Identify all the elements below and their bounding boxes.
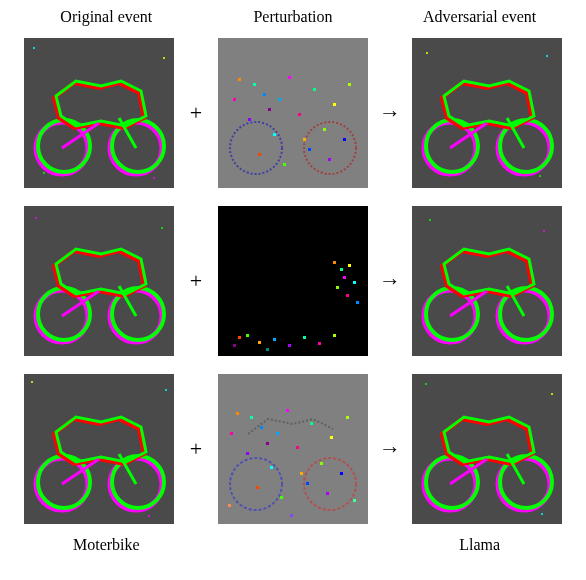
svg-rect-63 <box>246 334 249 337</box>
svg-rect-57 <box>343 276 346 279</box>
svg-point-126 <box>541 513 543 515</box>
header-original: Original event <box>13 8 200 26</box>
footer-adversarial-label: Llama <box>386 536 573 554</box>
arrow-operator: → <box>376 436 404 462</box>
grid-row: + <box>24 38 562 188</box>
svg-rect-107 <box>230 432 233 435</box>
svg-rect-108 <box>346 416 349 419</box>
footer-original-label: Moterbike <box>13 536 200 554</box>
grid-row: + <box>24 374 562 524</box>
svg-point-43 <box>539 175 541 177</box>
svg-rect-15 <box>263 93 266 96</box>
svg-rect-31 <box>328 158 331 161</box>
svg-rect-97 <box>310 422 313 425</box>
svg-rect-64 <box>258 341 261 344</box>
svg-point-125 <box>551 393 553 395</box>
svg-rect-29 <box>278 98 281 101</box>
svg-rect-33 <box>268 108 271 111</box>
svg-rect-94 <box>236 412 239 415</box>
svg-point-10 <box>43 172 45 174</box>
svg-rect-66 <box>288 344 291 347</box>
svg-point-42 <box>546 55 548 57</box>
svg-rect-67 <box>303 336 306 339</box>
original-event-image <box>24 374 174 524</box>
svg-rect-111 <box>326 492 329 495</box>
svg-rect-21 <box>298 113 301 116</box>
svg-rect-60 <box>346 294 349 297</box>
svg-rect-106 <box>306 482 309 485</box>
svg-rect-59 <box>336 286 339 289</box>
svg-rect-61 <box>356 301 359 304</box>
perturbation-image <box>218 374 368 524</box>
svg-rect-69 <box>333 334 336 337</box>
svg-rect-28 <box>348 83 351 86</box>
svg-point-41 <box>426 52 428 54</box>
svg-rect-109 <box>276 432 279 435</box>
grid-row: + <box>24 206 562 356</box>
svg-rect-105 <box>280 496 283 499</box>
adversarial-event-image <box>412 206 562 356</box>
svg-rect-62 <box>238 336 241 339</box>
plus-operator: + <box>182 436 210 462</box>
svg-rect-65 <box>273 338 276 341</box>
svg-rect-112 <box>250 416 253 419</box>
image-grid: + <box>24 38 562 524</box>
svg-rect-22 <box>323 128 326 131</box>
svg-rect-100 <box>270 466 273 469</box>
svg-point-52 <box>161 227 163 229</box>
header-adversarial: Adversarial event <box>386 8 573 26</box>
svg-rect-104 <box>256 486 259 489</box>
svg-rect-18 <box>333 103 336 106</box>
svg-rect-20 <box>273 133 276 136</box>
svg-rect-53 <box>218 206 368 356</box>
svg-rect-91 <box>218 374 368 524</box>
svg-rect-17 <box>313 88 316 91</box>
plus-operator: + <box>182 100 210 126</box>
svg-rect-26 <box>308 148 311 151</box>
adversarial-event-image <box>412 374 562 524</box>
svg-rect-11 <box>218 38 368 188</box>
svg-rect-16 <box>288 76 291 79</box>
svg-point-124 <box>425 383 427 385</box>
header-perturbation: Perturbation <box>200 8 387 26</box>
svg-rect-32 <box>253 83 256 86</box>
svg-point-80 <box>543 230 545 232</box>
plus-operator: + <box>182 268 210 294</box>
footer-row: Moterbike Llama <box>13 536 573 554</box>
arrow-operator: → <box>376 100 404 126</box>
svg-rect-56 <box>348 264 351 267</box>
svg-rect-113 <box>266 442 269 445</box>
svg-rect-24 <box>258 153 261 156</box>
svg-rect-30 <box>303 138 306 141</box>
svg-rect-55 <box>340 268 343 271</box>
svg-rect-25 <box>283 163 286 166</box>
svg-rect-58 <box>353 281 356 284</box>
arrow-operator: → <box>376 268 404 294</box>
original-event-image <box>24 206 174 356</box>
original-event-image <box>24 38 174 188</box>
svg-rect-115 <box>353 499 356 502</box>
svg-rect-96 <box>286 409 289 412</box>
perturbation-image <box>218 206 368 356</box>
svg-point-9 <box>153 177 155 179</box>
svg-point-88 <box>31 381 33 383</box>
adversarial-event-image <box>412 38 562 188</box>
svg-rect-102 <box>320 462 323 465</box>
svg-rect-23 <box>343 138 346 141</box>
svg-rect-68 <box>318 342 321 345</box>
svg-point-90 <box>148 515 150 517</box>
svg-rect-98 <box>330 436 333 439</box>
svg-rect-71 <box>266 348 269 351</box>
svg-rect-54 <box>333 261 336 264</box>
svg-rect-116 <box>290 514 293 517</box>
svg-point-51 <box>35 217 37 219</box>
svg-rect-95 <box>260 426 263 429</box>
svg-rect-27 <box>233 98 236 101</box>
header-row: Original event Perturbation Adversarial … <box>13 8 573 26</box>
svg-point-79 <box>429 219 431 221</box>
svg-rect-70 <box>233 344 236 347</box>
svg-rect-103 <box>340 472 343 475</box>
svg-rect-101 <box>296 446 299 449</box>
svg-rect-110 <box>300 472 303 475</box>
svg-rect-19 <box>248 118 251 121</box>
